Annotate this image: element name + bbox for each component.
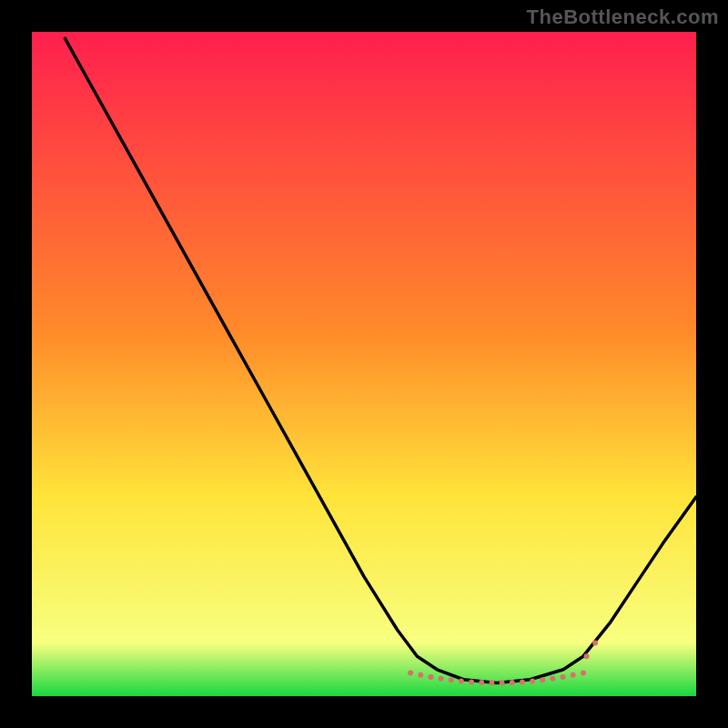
plot-area bbox=[32, 32, 696, 696]
svg-point-19 bbox=[592, 641, 598, 646]
svg-point-13 bbox=[540, 677, 545, 682]
svg-point-3 bbox=[439, 676, 444, 682]
chart-svg bbox=[32, 32, 696, 696]
svg-point-2 bbox=[428, 674, 433, 680]
chart-container: TheBottleneck.com bbox=[0, 0, 728, 728]
svg-point-10 bbox=[510, 680, 515, 685]
gradient-background bbox=[32, 32, 696, 696]
svg-point-14 bbox=[550, 676, 555, 682]
watermark-text: TheBottleneck.com bbox=[527, 5, 719, 29]
svg-point-18 bbox=[584, 653, 590, 659]
svg-point-17 bbox=[581, 670, 586, 675]
svg-point-0 bbox=[408, 670, 413, 675]
svg-point-4 bbox=[449, 677, 454, 682]
svg-point-16 bbox=[571, 672, 576, 678]
svg-point-15 bbox=[561, 674, 566, 680]
svg-point-11 bbox=[520, 679, 525, 684]
svg-point-8 bbox=[489, 680, 494, 685]
svg-point-1 bbox=[418, 672, 423, 678]
svg-point-6 bbox=[469, 679, 474, 684]
svg-point-5 bbox=[459, 679, 464, 684]
svg-point-9 bbox=[500, 680, 505, 685]
svg-point-7 bbox=[479, 680, 484, 685]
svg-point-12 bbox=[530, 679, 535, 684]
